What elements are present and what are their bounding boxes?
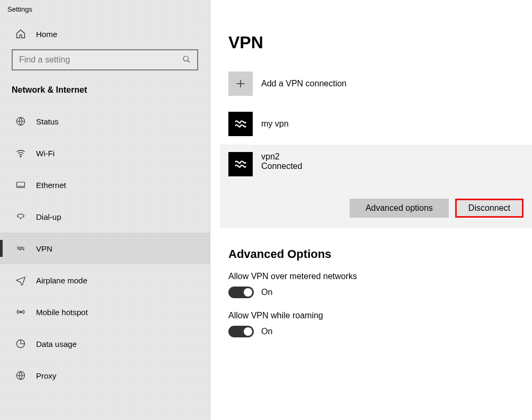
roaming-toggle[interactable] xyxy=(228,326,254,337)
roaming-option-label: Allow VPN while roaming xyxy=(228,311,532,320)
sidebar-item-label: Wi-Fi xyxy=(36,149,55,158)
home-label: Home xyxy=(36,30,57,39)
vpn-status: Connected xyxy=(261,162,302,171)
search-field[interactable] xyxy=(18,55,182,65)
vpn-entry-myvpn[interactable]: my vpn xyxy=(228,109,532,139)
sidebar-item-label: Ethernet xyxy=(36,181,66,190)
sidebar-item-label: Data usage xyxy=(36,339,77,348)
sidebar-item-status[interactable]: Status xyxy=(0,105,210,137)
sidebar-item-proxy[interactable]: Proxy xyxy=(0,360,210,391)
svg-point-0 xyxy=(183,56,188,61)
sidebar-item-vpn[interactable]: VPN xyxy=(0,233,210,264)
svg-point-6 xyxy=(20,311,22,313)
search-input[interactable] xyxy=(12,49,198,70)
vpn-connection-icon xyxy=(228,112,253,136)
vpn-entry-vpn2-card: vpn2 Connected Advanced options Disconne… xyxy=(220,145,532,228)
proxy-icon xyxy=(15,370,26,381)
vpn-icon xyxy=(15,243,26,254)
airplane-icon xyxy=(15,274,26,286)
sidebar-item-airplane[interactable]: Airplane mode xyxy=(0,264,210,296)
sidebar-item-label: Mobile hotspot xyxy=(36,308,88,317)
vpn-name: my vpn xyxy=(261,119,289,129)
disconnect-button[interactable]: Disconnect xyxy=(455,199,524,218)
sidebar-item-dialup[interactable]: Dial-up xyxy=(0,201,210,233)
advanced-options-button[interactable]: Advanced options xyxy=(350,199,449,218)
add-vpn-label: Add a VPN connection xyxy=(261,79,347,88)
nav-group-title: Network & Internet xyxy=(0,82,210,105)
sidebar-item-hotspot[interactable]: Mobile hotspot xyxy=(0,296,210,328)
sidebar-item-label: Dial-up xyxy=(36,212,61,221)
sidebar-item-label: Status xyxy=(36,117,59,126)
sidebar-item-ethernet[interactable]: Ethernet xyxy=(0,169,210,201)
wifi-icon xyxy=(15,147,26,159)
sidebar-item-wifi[interactable]: Wi-Fi xyxy=(0,137,210,169)
sidebar-item-label: Proxy xyxy=(36,371,56,380)
search-icon xyxy=(182,55,192,65)
sidebar-item-label: VPN xyxy=(36,244,52,253)
sidebar: Settings Home Network & Internet xyxy=(0,0,210,420)
svg-line-1 xyxy=(188,60,190,62)
metered-toggle[interactable] xyxy=(228,287,254,298)
vpn-connection-icon xyxy=(228,152,253,176)
roaming-toggle-state: On xyxy=(261,327,272,336)
advanced-options-title: Advanced Options xyxy=(228,247,532,261)
plus-icon xyxy=(228,72,253,96)
svg-point-3 xyxy=(20,156,21,157)
sidebar-item-label: Airplane mode xyxy=(36,276,87,285)
vpn-name: vpn2 xyxy=(261,152,302,162)
home-nav[interactable]: Home xyxy=(0,23,210,49)
home-icon xyxy=(15,28,26,40)
metered-option-label: Allow VPN over metered networks xyxy=(228,272,532,281)
svg-point-5 xyxy=(20,218,21,219)
status-icon xyxy=(15,115,26,127)
dialup-icon xyxy=(15,211,26,222)
metered-toggle-state: On xyxy=(261,288,272,297)
hotspot-icon xyxy=(15,306,26,318)
window-title: Settings xyxy=(0,3,210,23)
page-title: VPN xyxy=(228,33,532,52)
datausage-icon xyxy=(15,338,26,350)
main-content: VPN Add a VPN connection my vpn xyxy=(210,0,532,420)
vpn-entry-vpn2[interactable]: vpn2 Connected xyxy=(228,152,524,176)
ethernet-icon xyxy=(15,179,26,191)
add-vpn-button[interactable]: Add a VPN connection xyxy=(228,72,532,96)
sidebar-item-datausage[interactable]: Data usage xyxy=(0,328,210,360)
